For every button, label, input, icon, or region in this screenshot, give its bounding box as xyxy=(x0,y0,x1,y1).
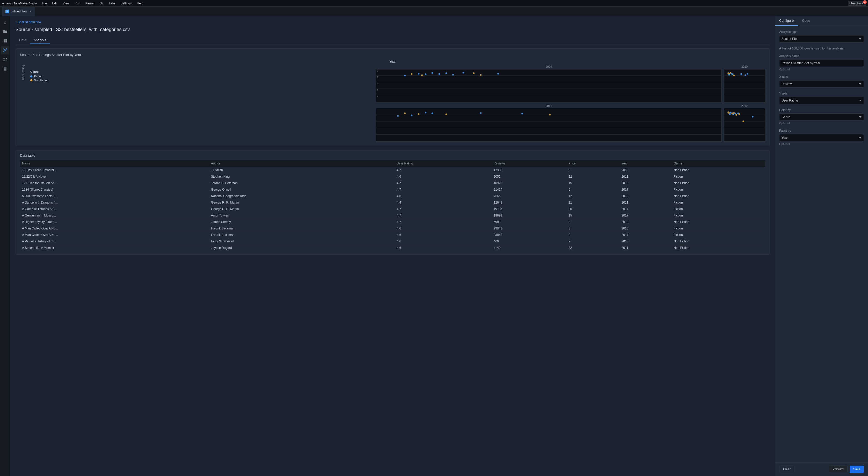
table-cell: Fiction xyxy=(672,206,765,212)
menu-run[interactable]: Run xyxy=(72,1,82,6)
table-cell: Non Fiction xyxy=(672,219,765,225)
table-cell: Non Fiction xyxy=(672,193,765,200)
svg-point-6 xyxy=(6,49,7,50)
table-cell: 2011 xyxy=(619,200,672,206)
menu-git[interactable]: Git xyxy=(97,1,105,6)
scatter-2011: 2011 xyxy=(376,105,722,142)
table-cell: A Man Called Ove: A No... xyxy=(20,225,209,232)
table-cell: Non Fiction xyxy=(672,238,765,245)
table-cell: George Orwell xyxy=(209,186,395,193)
col-reviews: Reviews xyxy=(492,160,566,167)
menu-settings[interactable]: Settings xyxy=(118,1,134,6)
menu-help[interactable]: Help xyxy=(135,1,146,6)
menu-kernel[interactable]: Kernel xyxy=(83,1,97,6)
table-cell: 5,000 Awesome Facts (… xyxy=(20,193,209,200)
facet-by-select[interactable]: Year xyxy=(779,134,864,141)
table-cell: 4.8 xyxy=(395,193,492,200)
svg-point-5 xyxy=(3,49,4,50)
table-row: 11/22/63: A NovelStephen King4.620522220… xyxy=(20,174,765,180)
table-cell: 2016 xyxy=(619,167,672,174)
feedback-button[interactable]: 4 Feedback xyxy=(848,1,866,6)
panel-tab-configure[interactable]: Configure xyxy=(775,16,798,26)
svg-rect-2 xyxy=(4,41,5,42)
scatter-container: Year User Rating 2009 0 1 2 3 xyxy=(20,60,765,142)
sidebar-pages-icon[interactable] xyxy=(1,65,9,73)
sidebar-tools-icon[interactable] xyxy=(1,55,9,64)
scatter-legend: Genre Fiction Non Fiction xyxy=(28,65,374,85)
table-cell: JJ Smith xyxy=(209,167,395,174)
table-row: A Higher Loyalty: Truth,...James Comey4.… xyxy=(20,219,765,225)
main-layout: ⌂ ‹ Back to data flow Source - sampled ·… xyxy=(0,16,868,476)
table-cell: Fiction xyxy=(672,200,765,206)
table-cell: Fredrik Backman xyxy=(209,225,395,232)
table-cell: 2016 xyxy=(619,225,672,232)
menu-bar: Amazon SageMaker Studio File Edit View R… xyxy=(0,0,868,7)
sidebar-extensions-icon[interactable] xyxy=(1,37,9,45)
chart-section: Scatter Plot: Ratings Scatter Plot by Ye… xyxy=(16,49,770,146)
table-cell: 7665 xyxy=(492,193,566,200)
table-cell: Jaycee Dugard xyxy=(209,245,395,251)
table-cell: 12643 xyxy=(492,200,566,206)
y-axis-select[interactable]: User Rating xyxy=(779,97,864,104)
facet-by-group: Facet by Year Optional xyxy=(779,129,864,146)
table-cell: 4.7 xyxy=(395,186,492,193)
right-panel: Configure Code Analysis type Scatter Plo… xyxy=(775,16,868,476)
back-link[interactable]: ‹ Back to data flow xyxy=(16,20,770,24)
sidebar-folder-icon[interactable] xyxy=(1,27,9,36)
table-cell: 2019 xyxy=(619,193,672,200)
right-panel-tabs: Configure Code xyxy=(775,16,868,26)
table-cell: A Stolen Life: A Memoir xyxy=(20,245,209,251)
table-cell: 30 xyxy=(566,206,619,212)
x-axis-title: Year xyxy=(390,60,396,63)
legend-fiction: Fiction xyxy=(30,75,372,78)
table-cell: 4.6 xyxy=(395,174,492,180)
analysis-name-input[interactable] xyxy=(779,60,864,67)
table-cell: 4.7 xyxy=(395,180,492,186)
table-cell: 2010 xyxy=(619,238,672,245)
analysis-type-label: Analysis type xyxy=(779,30,864,34)
menu-edit[interactable]: Edit xyxy=(50,1,60,6)
tab-close-button[interactable]: × xyxy=(30,9,32,13)
analysis-type-select[interactable]: Scatter Plot xyxy=(779,35,864,42)
table-cell: 8 xyxy=(566,225,619,232)
clear-button[interactable]: Clear xyxy=(779,466,795,473)
col-name: Name xyxy=(20,160,209,167)
menu-view[interactable]: View xyxy=(61,1,71,6)
col-price: Price xyxy=(566,160,619,167)
table-cell: 4.4 xyxy=(395,200,492,206)
tab-data[interactable]: Data xyxy=(16,36,30,44)
color-by-group: Color by Genre Optional xyxy=(779,108,864,125)
menu-file[interactable]: File xyxy=(40,1,49,6)
table-cell: 8 xyxy=(566,167,619,174)
table-cell: Non Fiction xyxy=(672,180,765,186)
save-button[interactable]: Save xyxy=(849,466,864,473)
tab-analysis[interactable]: Analysis xyxy=(30,36,50,44)
col-genre: Genre xyxy=(672,160,765,167)
table-cell: National Geographic Kids xyxy=(209,193,395,200)
table-cell: George R. R. Martin xyxy=(209,200,395,206)
table-cell: 17350 xyxy=(492,167,566,174)
color-by-select[interactable]: Genre xyxy=(779,113,864,121)
svg-rect-13 xyxy=(4,68,6,68)
sidebar-nodes-icon[interactable] xyxy=(1,46,9,54)
col-year: Year xyxy=(619,160,672,167)
table-cell: Non Fiction xyxy=(672,167,765,174)
table-cell: 2052 xyxy=(492,174,566,180)
analysis-name-optional: Optional xyxy=(779,68,864,71)
back-arrow-icon: ‹ xyxy=(16,20,17,24)
preview-button[interactable]: Preview xyxy=(829,466,847,473)
sidebar-home-icon[interactable]: ⌂ xyxy=(1,18,9,26)
tab-untitled-flow[interactable]: ~ untitled.flow × xyxy=(2,7,35,16)
table-cell: 12 xyxy=(566,193,619,200)
panel-tab-code[interactable]: Code xyxy=(798,16,814,26)
table-cell: 4.6 xyxy=(395,225,492,232)
table-cell: A Game of Thrones / A ... xyxy=(20,206,209,212)
x-axis-select[interactable]: Reviews xyxy=(779,80,864,88)
svg-point-7 xyxy=(3,51,4,52)
menu-tabs[interactable]: Tabs xyxy=(107,1,117,6)
chart-title: Scatter Plot: Ratings Scatter Plot by Ye… xyxy=(20,53,765,57)
table-cell: 2018 xyxy=(619,219,672,225)
info-text: A limit of 100,000 rows is used for this… xyxy=(779,47,864,50)
y-axis-group: Y axis User Rating xyxy=(779,92,864,104)
scatter-2012: 2012 xyxy=(724,105,765,142)
